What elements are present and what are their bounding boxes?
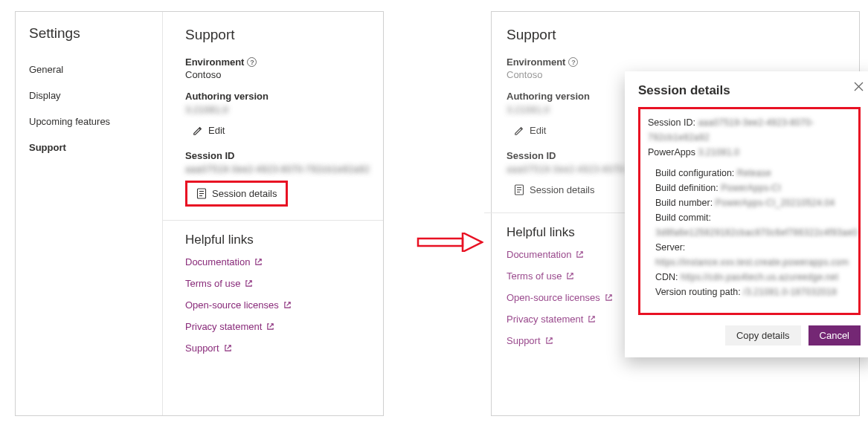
dlg-server-label: Server: (655, 242, 685, 253)
section-divider (163, 220, 383, 221)
external-link-icon (545, 337, 553, 345)
dlg-build-num-label: Build number: (655, 198, 713, 208)
dialog-title: Session details (638, 83, 861, 98)
environment-label: Environment ? (185, 56, 370, 68)
external-link-icon (224, 344, 232, 352)
dialog-body: Session ID: aaa07519-3ee2-4923-8070-792c… (638, 107, 861, 315)
external-link-icon (605, 293, 613, 302)
external-link-icon (576, 250, 584, 259)
session-id-label: Session ID (185, 150, 370, 161)
dlg-session-id-label: Session ID: (648, 117, 695, 128)
session-id-value: aaa07519-3ee2-4923-8070-792cb1e82a92 (185, 163, 370, 175)
authoring-version-value: 3.21081.0 (185, 104, 370, 115)
dlg-build-commit-value: 3d8fa6e125829182cbac870c6ef786322c4f93ae… (655, 227, 858, 238)
help-icon[interactable]: ? (247, 57, 257, 67)
settings-panel-after: Support Environment ? Contoso Authoring … (491, 11, 860, 416)
session-details-wrap: Session details (507, 181, 602, 199)
dlg-build-def-label: Build definition: (655, 183, 718, 193)
close-icon (854, 82, 864, 91)
details-icon (514, 184, 524, 195)
dlg-version-path-value: /3.21081.0-187032018 (743, 287, 837, 297)
dlg-server-value: https://instance.xxx.test.create.powerap… (655, 257, 849, 267)
link-documentation[interactable]: Documentation (185, 256, 370, 267)
external-link-icon (566, 272, 574, 280)
external-link-icon (245, 279, 253, 288)
svg-rect-4 (418, 239, 463, 246)
link-privacy-statement[interactable]: Privacy statement (185, 321, 370, 332)
dlg-build-config-value: Release (737, 168, 771, 178)
arrow-icon (417, 233, 483, 252)
external-link-icon (254, 258, 263, 266)
settings-title: Settings (16, 16, 162, 56)
external-link-icon (266, 322, 274, 331)
environment-value: Contoso (185, 69, 370, 80)
settings-sidebar: Settings General Display Upcoming featur… (16, 12, 163, 415)
edit-button[interactable]: Edit (507, 121, 553, 140)
close-button[interactable] (854, 82, 864, 93)
support-content: Support Environment ? Contoso Authoring … (163, 12, 383, 377)
details-icon (196, 188, 207, 199)
pencil-icon (193, 126, 203, 136)
session-details-button[interactable]: Session details (507, 181, 602, 199)
dlg-powerapps-value: 3.21081.0 (698, 147, 739, 158)
external-link-icon (588, 315, 596, 323)
copy-details-button[interactable]: Copy details (725, 325, 801, 345)
helpful-links-heading: Helpful links (185, 233, 370, 247)
session-details-button[interactable]: Session details (189, 184, 284, 203)
support-heading: Support (507, 27, 846, 43)
dlg-build-commit-label: Build commit: (655, 212, 711, 223)
sidebar-item-support[interactable]: Support (16, 134, 162, 160)
dlg-cdn-label: CDN: (655, 272, 678, 282)
help-icon[interactable]: ? (568, 57, 578, 67)
edit-button[interactable]: Edit (185, 121, 232, 140)
support-heading: Support (185, 27, 370, 43)
dlg-build-config-label: Build configuration: (655, 168, 734, 178)
external-link-icon (283, 301, 292, 309)
session-details-dialog: Session details Session ID: aaa07519-3ee… (625, 71, 868, 357)
dialog-footer: Copy details Cancel (638, 325, 861, 345)
svg-marker-5 (463, 233, 482, 252)
environment-label: Environment ? (507, 56, 846, 68)
dlg-cdn-value: https://cdn.pas4tech.us.azureedge.net (681, 272, 838, 282)
dlg-version-path-label: Version routing path: (655, 287, 741, 297)
settings-panel-before: Settings General Display Upcoming featur… (15, 11, 384, 416)
dlg-build-def-value: PowerApps-CI (721, 183, 781, 193)
pencil-icon (514, 126, 524, 136)
cancel-button[interactable]: Cancel (808, 325, 861, 345)
sidebar-item-general[interactable]: General (16, 56, 162, 82)
link-terms-of-use[interactable]: Terms of use (185, 278, 370, 289)
dlg-build-num-value: PowerApps-CI_20210524.04 (716, 198, 835, 208)
sidebar-item-display[interactable]: Display (16, 82, 162, 108)
link-open-source-licenses[interactable]: Open-source licenses (185, 299, 370, 311)
dlg-powerapps-label: PowerApps (648, 147, 695, 158)
sidebar-item-upcoming-features[interactable]: Upcoming features (16, 108, 162, 134)
link-support[interactable]: Support (185, 343, 370, 354)
session-details-highlight: Session details (185, 181, 288, 207)
authoring-version-label: Authoring version (185, 91, 370, 102)
